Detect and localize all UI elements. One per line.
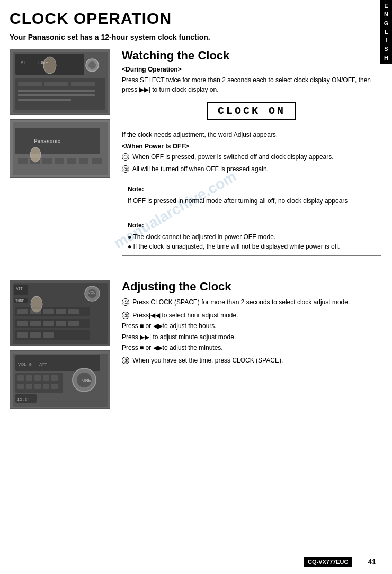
adjust-step-1-text: Press CLOCK (SPACE) for more than 2 seco… — [132, 298, 350, 306]
svg-point-53 — [31, 296, 42, 312]
lang-g: G — [384, 20, 389, 27]
watch-device-graphic-1: ATT TUNE — [10, 49, 110, 114]
watch-device-image-2: Panasonic — [10, 119, 110, 178]
model-badge: CQ-VX777EUC — [304, 557, 352, 567]
svg-rect-25 — [92, 158, 102, 164]
page-subtitle: Your Panasonic set has a 12-hour system … — [10, 33, 381, 41]
svg-rect-8 — [18, 82, 42, 86]
note-box-1: Note: If OFF is pressed in normal mode a… — [122, 180, 381, 210]
svg-text:12:34: 12:34 — [17, 397, 30, 402]
power-off-item-2: ② All will be turned off when OFF is pre… — [122, 164, 381, 174]
svg-rect-72 — [43, 384, 49, 389]
during-operation-text: Press SELECT twice for more than 2 secon… — [122, 75, 381, 94]
watch-device-svg-1: ATT TUNE — [10, 49, 110, 115]
svg-rect-13 — [18, 99, 71, 101]
adjust-device-svg-2: VOL ⚙ ATT TUNE — [10, 351, 110, 409]
adjust-step-2: ② Press|◀◀ to select hour adjust mode. P… — [122, 310, 381, 354]
section-divider — [10, 271, 381, 271]
svg-rect-73 — [51, 384, 58, 389]
adjust-device-graphic-2: VOL ⚙ ATT TUNE — [10, 351, 110, 408]
svg-rect-70 — [26, 384, 32, 389]
svg-rect-65 — [26, 375, 32, 381]
adjust-step-3: ③ When you have set the time, press CLOC… — [122, 355, 381, 366]
svg-rect-22 — [55, 158, 64, 164]
power-off-list: ① When OFF is pressed, power is switched… — [122, 152, 381, 174]
svg-rect-40 — [43, 309, 54, 314]
svg-text:TUNE: TUNE — [15, 299, 24, 303]
svg-rect-68 — [51, 375, 58, 381]
svg-point-14 — [43, 57, 56, 74]
note1-text: If OFF is pressed in normal mode after t… — [128, 196, 376, 206]
svg-rect-48 — [68, 321, 79, 326]
svg-rect-66 — [34, 375, 41, 381]
page-title: CLOCK OPERATION — [10, 10, 381, 28]
svg-rect-38 — [17, 309, 28, 314]
svg-rect-42 — [68, 309, 79, 314]
watch-heading: Watching the Clock — [122, 49, 381, 63]
svg-rect-46 — [43, 321, 54, 326]
watch-text-column: Watching the Clock <During Operation> Pr… — [122, 49, 381, 261]
svg-rect-44 — [17, 321, 28, 326]
svg-text:VOL: VOL — [88, 290, 95, 294]
svg-text:VOL: VOL — [18, 362, 27, 367]
svg-rect-10 — [71, 82, 95, 86]
note2-title: Note: — [128, 220, 376, 230]
lang-s: S — [384, 45, 388, 52]
svg-text:ATT: ATT — [39, 362, 47, 367]
adjust-note: If the clock needs adjustment, the word … — [122, 130, 381, 139]
watch-device-graphic-2: Panasonic — [10, 120, 110, 177]
svg-text:⚙: ⚙ — [29, 363, 32, 366]
adjust-device-graphic-1: AMD ATT VOL TUNE — [10, 280, 110, 346]
page-container: E N G L I S H CLOCK OPERATION Your Panas… — [0, 0, 392, 574]
adjust-device-image-2: VOL ⚙ ATT TUNE — [10, 350, 110, 409]
clock-display-box: CLOCK ON — [207, 102, 296, 120]
svg-rect-67 — [43, 375, 49, 381]
during-operation-heading: <During Operation> — [122, 66, 381, 73]
watch-clock-section: Press and hold ATT TUNE — [10, 49, 381, 261]
svg-rect-47 — [56, 321, 66, 326]
adjust-text-column: Adjusting the Clock ① Press CLOCK (SPACE… — [122, 280, 381, 413]
svg-point-26 — [30, 147, 41, 162]
svg-rect-9 — [44, 82, 68, 86]
adjust-clock-section: Press and hold AMD ATT VOL — [10, 280, 381, 413]
clock-display-text: CLOCK ON — [218, 105, 286, 117]
note2-list: The clock cannot be adjusted in power OF… — [128, 232, 376, 251]
svg-rect-24 — [79, 158, 88, 164]
svg-rect-71 — [34, 384, 41, 389]
svg-rect-51 — [30, 332, 41, 338]
svg-rect-45 — [30, 321, 41, 326]
svg-rect-12 — [18, 94, 95, 96]
adjust-step-1: ① Press CLOCK (SPACE) for more than 2 se… — [122, 297, 381, 307]
svg-rect-64 — [17, 375, 24, 381]
watch-device-image-1: Press and hold ATT TUNE — [10, 49, 110, 115]
svg-rect-21 — [42, 158, 52, 164]
watch-device-svg-2: Panasonic — [10, 120, 110, 178]
svg-text:Panasonic: Panasonic — [34, 138, 60, 144]
svg-rect-69 — [17, 384, 24, 389]
svg-text:ATT: ATT — [16, 287, 23, 291]
lang-n: N — [384, 11, 388, 18]
watch-images-column: Press and hold ATT TUNE — [10, 49, 115, 261]
svg-text:TUNE: TUNE — [79, 378, 91, 383]
svg-rect-41 — [56, 309, 66, 314]
power-off-heading: <When Power Is OFF> — [122, 143, 381, 150]
lang-i: I — [385, 37, 387, 44]
power-off-item-1: ① When OFF is pressed, power is switched… — [122, 152, 381, 162]
adjust-step-3-text: When you have set the time, press CLOCK … — [132, 357, 283, 364]
svg-rect-50 — [17, 332, 28, 338]
page-footer: CQ-VX777EUC 41 — [304, 557, 376, 567]
svg-point-6 — [88, 61, 96, 69]
svg-text:ATT: ATT — [21, 60, 30, 66]
adjust-steps-list: ① Press CLOCK (SPACE) for more than 2 se… — [122, 297, 381, 366]
svg-rect-19 — [18, 158, 28, 164]
adjust-device-svg-1: AMD ATT VOL TUNE — [10, 280, 110, 346]
adjust-device-image-1: Press and hold AMD ATT VOL — [10, 280, 110, 346]
adjust-step-2-text: Press|◀◀ to select hour adjust mode. Pre… — [122, 312, 238, 351]
lang-e: E — [384, 2, 388, 10]
svg-rect-11 — [18, 90, 95, 92]
lang-h: H — [384, 54, 388, 61]
language-sidebar: E N G L I S H — [380, 0, 392, 64]
svg-rect-23 — [67, 158, 76, 164]
note2-item-2: If the clock is unadjusted, the time wil… — [128, 242, 376, 251]
page-number: 41 — [368, 558, 376, 566]
